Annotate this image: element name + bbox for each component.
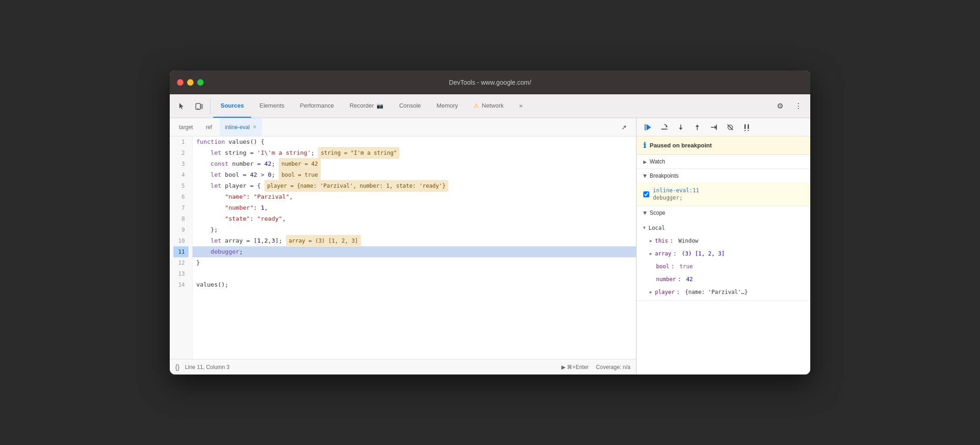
- paused-banner: ℹ Paused on breakpoint: [637, 136, 810, 155]
- scope-this[interactable]: ▶ this : Window: [637, 234, 810, 247]
- settings-button[interactable]: ⚙: [772, 94, 788, 118]
- array-triangle: ▶: [650, 249, 652, 258]
- traffic-lights: [177, 79, 204, 86]
- svg-rect-3: [645, 124, 646, 130]
- subtab-ref[interactable]: ref: [200, 118, 218, 136]
- svg-rect-17: [748, 124, 749, 129]
- svg-marker-10: [695, 125, 699, 127]
- info-icon: ℹ: [643, 141, 646, 150]
- breakpoint-checkbox-1[interactable]: [643, 191, 649, 197]
- scope-local-header[interactable]: ▶ Local: [637, 222, 810, 234]
- pretty-print-button[interactable]: {}: [175, 364, 179, 371]
- breakpoint-file: inline-eval:11: [653, 187, 699, 194]
- svg-marker-4: [646, 124, 651, 130]
- statusbar-right: ▶ ⌘+Enter Coverage: n/a: [561, 364, 630, 370]
- line-num-6: 6: [173, 191, 188, 202]
- scope-label: Scope: [650, 210, 665, 216]
- watch-chevron: ▶: [643, 159, 647, 164]
- inline-value-number: number = 42: [279, 158, 320, 170]
- more-options-button[interactable]: ⋮: [790, 94, 807, 118]
- tab-elements[interactable]: Elements: [252, 94, 291, 118]
- close-button[interactable]: [177, 79, 183, 86]
- line-num-7: 7: [173, 202, 188, 213]
- debug-toolbar: [637, 118, 810, 136]
- network-warning-icon: ⚠: [474, 102, 479, 109]
- line-num-11: 11: [173, 246, 188, 257]
- inline-value-player: player = {name: 'Parzival', number: 1, s…: [264, 180, 448, 192]
- code-editor-panel: target ref inline-eval ✕ ↗ 1 2 3: [170, 118, 636, 374]
- subtab-target[interactable]: target: [173, 118, 199, 136]
- close-tab-icon[interactable]: ✕: [253, 124, 257, 130]
- tab-network[interactable]: ⚠ Network: [466, 94, 511, 118]
- statusbar: {} Line 11, Column 3 ▶ ⌘+Enter Coverage:…: [170, 359, 636, 374]
- deactivate-breakpoints-button[interactable]: [723, 120, 738, 135]
- watch-section-header[interactable]: ▶ Watch: [637, 155, 810, 168]
- minimize-button[interactable]: [187, 79, 194, 86]
- scope-bool: bool : true: [637, 260, 810, 273]
- line-num-5: 5: [173, 180, 188, 191]
- code-line-13: [193, 268, 636, 279]
- code-line-3: const number = 42 ; number = 42: [193, 158, 636, 169]
- more-tabs-button[interactable]: »: [512, 94, 530, 118]
- breakpoint-details: inline-eval:11 debugger;: [653, 187, 699, 201]
- step-button[interactable]: [706, 120, 721, 135]
- code-line-2: let string = 'I\'m a string' ; string = …: [193, 147, 636, 158]
- code-line-5: let player = { player = {name: 'Parzival…: [193, 180, 636, 191]
- open-in-new-icon[interactable]: ↗: [616, 124, 632, 131]
- breakpoints-body: inline-eval:11 debugger;: [637, 183, 810, 206]
- scope-player[interactable]: ▶ player : {name: 'Parzival'…}: [637, 286, 810, 298]
- code-line-10: let array = [ 1 , 2 , 3 ]; array = (3) […: [193, 235, 636, 246]
- line-num-2: 2: [173, 147, 188, 158]
- tab-memory[interactable]: Memory: [429, 94, 465, 118]
- scope-body: ▶ Local ▶ this : Window ▶ array : (3) [1…: [637, 220, 810, 300]
- step-into-button[interactable]: [673, 120, 688, 135]
- tab-sources[interactable]: Sources: [213, 94, 251, 118]
- subtab-inline-eval[interactable]: inline-eval ✕: [220, 118, 262, 136]
- svg-rect-18: [744, 130, 746, 131]
- svg-rect-1: [201, 104, 203, 109]
- breakpoint-item-1: inline-eval:11 debugger;: [637, 185, 810, 204]
- scope-number: number : 42: [637, 273, 810, 286]
- coverage-label: Coverage: n/a: [596, 364, 630, 370]
- svg-line-14: [727, 125, 733, 130]
- run-button[interactable]: ▶ ⌘+Enter: [561, 364, 589, 370]
- resume-button[interactable]: [641, 120, 655, 135]
- file-tabs-bar: target ref inline-eval ✕ ↗: [170, 118, 636, 136]
- line-num-12: 12: [173, 257, 188, 268]
- svg-rect-19: [748, 130, 749, 131]
- code-line-4: let bool = 42 > 0 ; bool = true: [193, 169, 636, 180]
- pause-exceptions-button[interactable]: [739, 120, 754, 135]
- code-line-9: };: [193, 224, 636, 235]
- devtools-window: DevTools - www.google.com/ Sources Eleme…: [170, 71, 810, 374]
- toolbar-divider: [210, 98, 210, 114]
- line-num-8: 8: [173, 213, 188, 224]
- scope-section: ▶ Scope ▶ Local ▶ this : Window: [637, 206, 810, 301]
- cursor-tool-button[interactable]: [173, 94, 190, 118]
- svg-rect-16: [744, 124, 746, 129]
- breakpoints-section: ▶ Breakpoints inline-eval:11 debugger;: [637, 169, 810, 206]
- scope-section-header[interactable]: ▶ Scope: [637, 206, 810, 220]
- breakpoints-section-header[interactable]: ▶ Breakpoints: [637, 169, 810, 183]
- local-triangle: ▶: [640, 227, 649, 229]
- line-num-1: 1: [173, 136, 188, 147]
- breakpoints-label: Breakpoints: [650, 173, 678, 179]
- cursor-position: Line 11, Column 3: [185, 364, 229, 370]
- step-over-button[interactable]: [657, 120, 672, 135]
- code-line-14: values();: [193, 279, 636, 290]
- main-toolbar: Sources Elements Performance Recorder 📷 …: [170, 94, 810, 118]
- scope-array[interactable]: ▶ array : (3) [1, 2, 3]: [637, 247, 810, 260]
- inline-value-bool: bool = true: [279, 169, 320, 181]
- svg-rect-6: [661, 129, 668, 130]
- maximize-button[interactable]: [197, 79, 204, 86]
- tab-console[interactable]: Console: [392, 94, 428, 118]
- tab-recorder[interactable]: Recorder 📷: [342, 94, 391, 118]
- line-numbers: 1 2 3 4 5 6 7 8 9 10 11 12 13 14: [170, 136, 193, 359]
- tab-performance[interactable]: Performance: [293, 94, 341, 118]
- step-out-button[interactable]: [690, 120, 705, 135]
- line-num-4: 4: [173, 169, 188, 180]
- this-triangle: ▶: [650, 236, 652, 245]
- code-editor[interactable]: 1 2 3 4 5 6 7 8 9 10 11 12 13 14: [170, 136, 636, 359]
- code-line-8: "state" : "ready" ,: [193, 213, 636, 224]
- device-toggle-button[interactable]: [191, 94, 207, 118]
- code-content: function values() { let string = 'I\'m a…: [193, 136, 636, 359]
